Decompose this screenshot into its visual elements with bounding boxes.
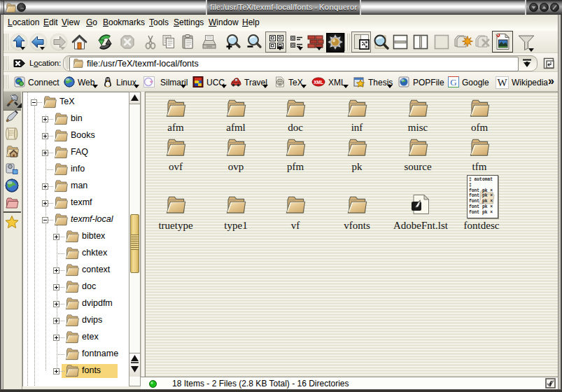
svg-text:W: W: [497, 77, 507, 88]
svg-text:XML: XML: [314, 80, 323, 85]
svg-text:G: G: [450, 77, 456, 88]
